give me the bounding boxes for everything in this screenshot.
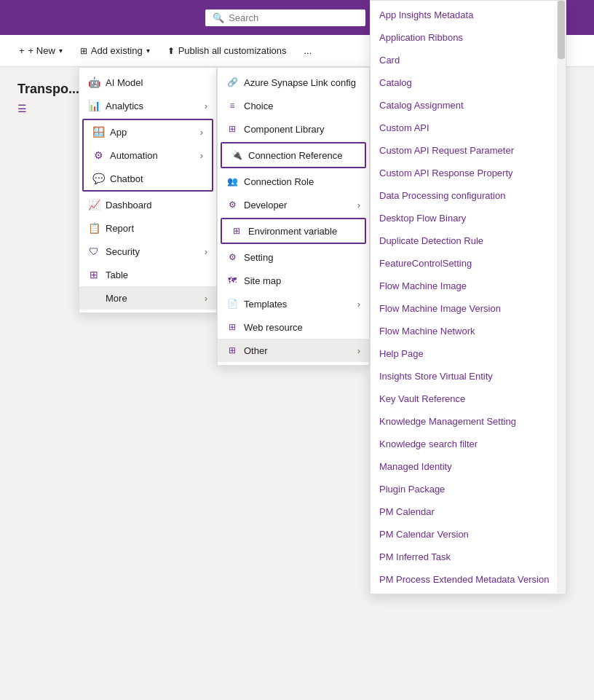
chevron-down-icon-2: ▾ — [146, 47, 150, 55]
menu-item-connection-reference[interactable]: 🔌 Connection Reference — [222, 143, 365, 167]
table-icon: ⊞ — [88, 269, 100, 280]
other-icon: ⊞ — [226, 345, 238, 356]
menu-label-other: Other — [244, 345, 268, 356]
menu-item-table[interactable]: ⊞ Table — [79, 263, 216, 286]
menu-label-security: Security — [106, 246, 140, 257]
app-insights-label: App Insights Metadata — [379, 9, 473, 20]
pm-process-extended-label: PM Process Extended Metadata Version — [379, 574, 549, 585]
menu-item-card[interactable]: Card — [371, 49, 566, 71]
menu-item-knowledge-management[interactable]: Knowledge Management Setting — [371, 410, 566, 433]
menu-label-app: App — [110, 127, 127, 138]
new-button[interactable]: + + New ▾ — [12, 41, 70, 60]
menu-item-custom-api-request[interactable]: Custom API Request Parameter — [371, 139, 566, 162]
menu-item-flow-machine-network[interactable]: Flow Machine Network — [371, 320, 566, 342]
menu-item-pm-process-extended[interactable]: PM Process Extended Metadata Version — [371, 568, 566, 591]
catalog-assignment-label: Catalog Assignment — [379, 100, 464, 111]
flow-machine-image-label: Flow Machine Image — [379, 280, 467, 291]
menu-item-desktop-flow[interactable]: Desktop Flow Binary — [371, 207, 566, 229]
knowledge-search-label: Knowledge search filter — [379, 439, 478, 449]
plugin-package-label: Plugin Package — [379, 484, 445, 495]
security-icon: 🛡 — [88, 245, 100, 257]
menu-label-choice: Choice — [244, 101, 273, 111]
menu-item-more[interactable]: More › — [79, 286, 216, 310]
menu-item-insights-store[interactable]: Insights Store Virtual Entity — [371, 365, 566, 388]
menu-item-app-ribbons[interactable]: Application Ribbons — [371, 26, 566, 49]
pm-calendar-version-label: PM Calendar Version — [379, 529, 469, 540]
custom-api-response-label: Custom API Response Property — [379, 168, 513, 178]
menu-item-custom-api-response[interactable]: Custom API Response Property — [371, 162, 566, 184]
menu-level2: 🔗 Azure Synapse Link config ≡ Choice ⊞ C… — [217, 67, 370, 366]
menu-item-setting[interactable]: ⚙ Setting — [218, 245, 369, 269]
menu-item-analytics[interactable]: 📊 Analytics › — [79, 94, 216, 117]
menu-item-pm-calendar[interactable]: PM Calendar — [371, 500, 566, 523]
menu-item-automation[interactable]: ⚙ Automation › — [84, 143, 212, 167]
custom-api-label: Custom API — [379, 122, 429, 133]
menu-item-templates[interactable]: 📄 Templates › — [218, 292, 369, 315]
menu-item-app[interactable]: 🪟 App › — [84, 120, 212, 143]
menu-label-chatbot: Chatbot — [110, 173, 143, 184]
menu-item-app-insights[interactable]: App Insights Metadata — [371, 4, 566, 26]
menu-item-web-resource[interactable]: ⊞ Web resource — [218, 315, 369, 339]
search-box[interactable]: 🔍 — [205, 9, 365, 26]
connection-reference-wrapper: 🔌 Connection Reference — [221, 142, 366, 168]
menu-item-catalog-assignment[interactable]: Catalog Assignment — [371, 94, 566, 117]
env-variable-wrapper: ⊞ Environment variable — [221, 218, 366, 244]
web-resource-icon: ⊞ — [226, 321, 238, 333]
menu-label-templates: Templates — [244, 299, 287, 310]
menu-item-plugin-package[interactable]: Plugin Package — [371, 478, 566, 500]
managed-identity-label: Managed Identity — [379, 461, 452, 472]
menu-item-duplicate-detection[interactable]: Duplicate Detection Rule — [371, 229, 566, 252]
menu-item-key-vault[interactable]: Key Vault Reference — [371, 388, 566, 410]
menu-item-security[interactable]: 🛡 Security › — [79, 240, 216, 263]
publish-button[interactable]: ⬆ Publish all customizations — [160, 41, 294, 60]
boxed-group: 🪟 App › ⚙ Automation › 💬 Chatbot — [82, 119, 213, 192]
menu-item-developer[interactable]: ⚙ Developer › — [218, 193, 369, 216]
analytics-icon: 📊 — [88, 100, 100, 111]
menu-item-ai-model[interactable]: 🤖 AI Model — [79, 71, 216, 94]
menu-item-flow-machine-image-version[interactable]: Flow Machine Image Version — [371, 297, 566, 320]
menu-item-flow-machine-image[interactable]: Flow Machine Image — [371, 275, 566, 297]
more-button[interactable]: ... — [297, 41, 320, 60]
automation-chevron: › — [200, 150, 203, 161]
menu-label-component: Component Library — [244, 124, 325, 135]
azure-icon: 🔗 — [226, 76, 238, 88]
menu-item-feature-control[interactable]: FeatureControlSetting — [371, 252, 566, 275]
menu-item-pm-inferred-task[interactable]: PM Inferred Task — [371, 546, 566, 568]
menu-label-report: Report — [106, 223, 134, 234]
menu-item-chatbot[interactable]: 💬 Chatbot — [84, 167, 212, 190]
flow-machine-image-version-label: Flow Machine Image Version — [379, 303, 501, 314]
menu-item-env-variable[interactable]: ⊞ Environment variable — [222, 219, 365, 243]
search-input[interactable] — [229, 12, 345, 23]
knowledge-management-label: Knowledge Management Setting — [379, 416, 516, 427]
add-existing-button[interactable]: ⊞ Add existing ▾ — [73, 41, 157, 60]
data-processing-label: Data Processing configuration — [379, 190, 505, 201]
security-chevron: › — [205, 246, 207, 257]
menu-item-azure[interactable]: 🔗 Azure Synapse Link config — [218, 71, 369, 94]
menu-label-web-resource: Web resource — [244, 322, 303, 333]
help-page-label: Help Page — [379, 348, 424, 359]
menu-item-knowledge-search[interactable]: Knowledge search filter — [371, 433, 566, 455]
chevron-down-icon: ▾ — [59, 47, 63, 55]
menu-item-data-processing[interactable]: Data Processing configuration — [371, 184, 566, 207]
scrollbar-thumb[interactable] — [558, 1, 565, 59]
automation-icon: ⚙ — [92, 149, 104, 161]
menu-item-report[interactable]: 📋 Report — [79, 216, 216, 240]
menu-item-other[interactable]: ⊞ Other › — [218, 339, 369, 362]
menu-item-catalog[interactable]: Catalog — [371, 71, 566, 94]
dropdown-container: 🤖 AI Model 📊 Analytics › 🪟 App › ⚙ Autom… — [79, 67, 217, 313]
menu-item-dashboard[interactable]: 📈 Dashboard — [79, 193, 216, 216]
menu-level3: App Insights Metadata Application Ribbon… — [370, 0, 566, 594]
menu-item-custom-api[interactable]: Custom API — [371, 117, 566, 139]
menu-item-site-map[interactable]: 🗺 Site map — [218, 269, 369, 292]
menu-item-choice[interactable]: ≡ Choice — [218, 94, 369, 117]
analytics-chevron: › — [205, 101, 207, 111]
menu-item-connection-role[interactable]: 👥 Connection Role — [218, 170, 369, 193]
report-icon: 📋 — [88, 222, 100, 234]
connection-ref-icon: 🔌 — [231, 149, 242, 161]
menu-item-help-page[interactable]: Help Page — [371, 342, 566, 365]
scrollbar-track[interactable] — [557, 1, 566, 594]
menu-item-component-library[interactable]: ⊞ Component Library — [218, 117, 369, 141]
menu-item-managed-identity[interactable]: Managed Identity — [371, 455, 566, 478]
menu-item-pm-calendar-version[interactable]: PM Calendar Version — [371, 523, 566, 546]
app-icon: 🪟 — [92, 126, 104, 138]
